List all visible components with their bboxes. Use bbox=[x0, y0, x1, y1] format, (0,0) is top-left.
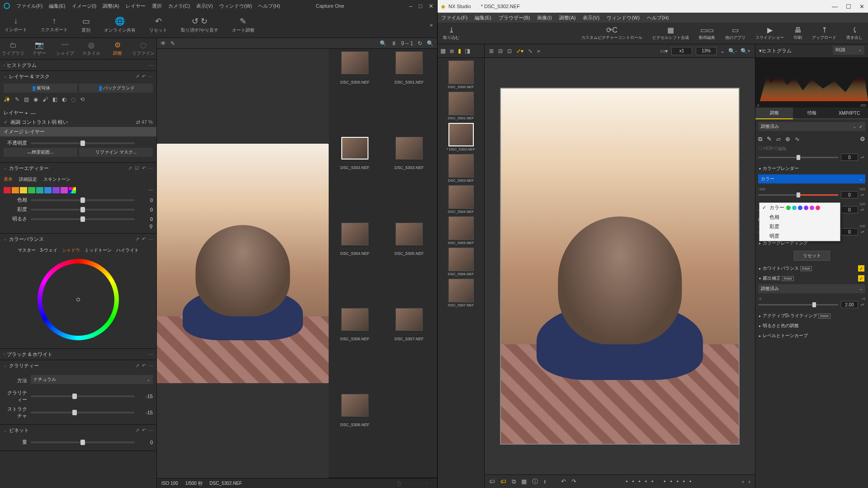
thumbnail-item[interactable]: · · · · · · ·DSC_5303.NEF bbox=[387, 137, 431, 218]
close-icon[interactable]: ✕ bbox=[859, 3, 864, 10]
nx-menu-view[interactable]: 表示(V) bbox=[583, 14, 599, 21]
menu-select[interactable]: 選択 bbox=[152, 3, 162, 9]
export-button[interactable]: ⤹書き出し bbox=[846, 26, 863, 41]
invert-icon[interactable]: ⟲ bbox=[80, 96, 85, 103]
swatch-magenta[interactable] bbox=[61, 187, 68, 193]
linear-grad-icon[interactable]: ▤ bbox=[24, 96, 29, 103]
blender-slider-1[interactable]: -100100 0▴▾ bbox=[758, 186, 865, 201]
link-icon[interactable]: ↗ bbox=[135, 236, 139, 242]
info-icon[interactable]: ⓘ bbox=[532, 478, 538, 486]
menu-file[interactable]: ファイル(F) bbox=[16, 3, 42, 9]
nx-thumbnail-item[interactable]: DSC_5306.NEF bbox=[446, 248, 476, 276]
nx-menu-window[interactable]: ウィンドウ(W) bbox=[607, 14, 640, 21]
nx-thumbnail-item[interactable]: DSC_5300.NEF bbox=[446, 61, 476, 89]
refresh-icon[interactable]: ↻ bbox=[418, 40, 422, 47]
straighten-icon[interactable]: ✎ bbox=[767, 136, 772, 143]
clarity-slider[interactable]: クラリティー-15 bbox=[4, 388, 153, 404]
zoom-mode-field[interactable] bbox=[671, 47, 692, 55]
clarity-method-select[interactable]: ナチュラル⌄ bbox=[31, 375, 153, 384]
check-icon[interactable]: ✓ bbox=[4, 119, 8, 125]
hue-slider[interactable]: 色相0 bbox=[4, 195, 153, 205]
color-editor-header[interactable]: ⌄カラーエディター↗☑↶··· bbox=[0, 163, 156, 174]
subtab-skintone[interactable]: スキントーン bbox=[43, 176, 71, 183]
thumbnail-item[interactable]: · · · · · · ·DSC_5308.NEF bbox=[333, 394, 377, 475]
swatch-blue[interactable] bbox=[44, 187, 52, 193]
label-icon[interactable]: 🏷 bbox=[489, 478, 495, 485]
nx-thumbnail-item[interactable]: DSC_5303.NEF bbox=[446, 154, 476, 183]
brush-icon[interactable]: 🖌 bbox=[42, 96, 48, 103]
tab-shape[interactable]: 〰シェイプ bbox=[52, 38, 78, 59]
exposure-header[interactable]: ▾露出補正 RAW✓ bbox=[758, 273, 865, 283]
menu-layer[interactable]: レイヤー bbox=[126, 3, 146, 9]
check-icon[interactable]: ✓ bbox=[859, 124, 863, 129]
nx-menu-help[interactable]: ヘルプ(H) bbox=[647, 14, 669, 21]
maximize-icon[interactable]: □ bbox=[419, 3, 422, 9]
custom-pc-button[interactable]: ⟳Cカスタムピクチャーコントロール bbox=[581, 26, 642, 41]
color-blender-header[interactable]: ▾カラーブレンダー bbox=[758, 164, 865, 174]
thumbnail-item[interactable]: · · · · · · ·DSC_5307.NEF bbox=[387, 308, 431, 389]
tab-adjust[interactable]: ⚙調整 bbox=[104, 38, 131, 59]
color-picker-icon[interactable]: ⚲ bbox=[149, 224, 153, 229]
luma-icon[interactable]: ◐ bbox=[62, 96, 66, 103]
search2-icon[interactable]: 🔍 bbox=[427, 40, 434, 47]
nx-menu-image[interactable]: 画像(I) bbox=[537, 14, 552, 21]
layer-item[interactable]: イメージ レイヤー bbox=[0, 127, 156, 136]
menu-edit[interactable]: 編集(E) bbox=[49, 3, 66, 9]
minimize-icon[interactable]: — bbox=[832, 3, 838, 10]
nx-thumbnail-item[interactable]: DSC_5305.NEF bbox=[446, 216, 476, 245]
histogram-mode-select[interactable]: RGB⌄ bbox=[833, 46, 864, 55]
ai-mask-icon[interactable]: ✨ bbox=[4, 96, 10, 103]
nx-canvas[interactable] bbox=[485, 58, 755, 474]
import-button[interactable]: ⤓取り込む bbox=[443, 26, 459, 41]
reset-icon[interactable]: ↶ bbox=[142, 236, 146, 242]
menu-window[interactable]: ウィンドウ(W) bbox=[219, 3, 252, 9]
close-icon[interactable]: ✕ bbox=[429, 3, 434, 9]
bw-header[interactable]: ›ブラック & ホワイト··· bbox=[0, 349, 156, 360]
subject-button[interactable]: 👤 被写体 bbox=[4, 84, 77, 93]
subtab-basic[interactable]: 基本 bbox=[4, 176, 13, 183]
nx-menu-file[interactable]: ファイル(F) bbox=[441, 14, 467, 21]
reset-button[interactable]: ↶リセット bbox=[149, 16, 167, 33]
layer-item[interactable]: ✓ 画調 コントラスト弱 軽い ⇄ 47 % bbox=[0, 117, 156, 127]
top-slider[interactable]: 0▴▾ bbox=[758, 153, 865, 164]
pixelshift-button[interactable]: ▦ピクセルシフト合成 bbox=[652, 26, 689, 41]
saturation-slider[interactable]: 彩度0 bbox=[4, 205, 153, 214]
tab-style[interactable]: ◎スタイル bbox=[78, 38, 104, 59]
share-button[interactable]: 🌐オンライン共有 bbox=[104, 16, 136, 33]
nx-menu-browser[interactable]: ブラウザー(B) bbox=[499, 14, 530, 21]
magic-brush-icon[interactable]: ✎ bbox=[15, 96, 19, 103]
swatch-yellow[interactable] bbox=[20, 187, 27, 193]
search-icon[interactable]: 🔍 bbox=[380, 40, 387, 47]
other-apps-button[interactable]: ▭他のアプリ bbox=[725, 26, 745, 41]
lightness-slider[interactable]: 明るさ0 bbox=[4, 214, 153, 224]
zoom-out-icon[interactable]: 🔍- bbox=[728, 48, 737, 54]
remove-layer-icon[interactable]: — bbox=[31, 110, 36, 116]
layers-masks-header[interactable]: ⌄レイヤー & マスク↗↶··· bbox=[0, 71, 156, 82]
menu-adjust[interactable]: 調整(A) bbox=[103, 3, 119, 9]
luminance-range-button[interactable]: — 輝度範囲... bbox=[4, 148, 77, 157]
preview-canvas[interactable] bbox=[157, 49, 329, 478]
swatch-purple[interactable] bbox=[52, 187, 60, 193]
active-d-header[interactable]: ▸アクティブD-ライティング RAW bbox=[758, 311, 865, 321]
radial-grad-icon[interactable]: ◉ bbox=[33, 96, 38, 103]
structure-slider[interactable]: ストラクチャ-15 bbox=[4, 404, 153, 421]
more-icon[interactable]: ··· bbox=[149, 236, 153, 242]
eraser-icon[interactable]: ◧ bbox=[52, 96, 57, 103]
swatch-teal[interactable] bbox=[36, 187, 43, 193]
auto-adjust-button[interactable]: ✎オート調整 bbox=[232, 16, 255, 33]
color-balance-header[interactable]: ⌄カラーバランス↗↶··· bbox=[0, 234, 156, 244]
nx-thumbnail-item[interactable]: DSC_5304.NEF bbox=[446, 185, 476, 214]
reset-button[interactable]: リセット bbox=[794, 251, 830, 261]
opacity-slider[interactable]: 不透明度 bbox=[4, 138, 153, 148]
fit-icon[interactable]: ⤢▾ bbox=[516, 48, 524, 54]
tab-library[interactable]: 🗀ライブラリ bbox=[0, 38, 26, 59]
rating-dots[interactable]: • • • • • • • • • • bbox=[626, 478, 693, 485]
maximize-icon[interactable]: ☐ bbox=[846, 3, 851, 10]
histogram-label[interactable]: ヒストグラム bbox=[762, 47, 792, 54]
menu-image[interactable]: イメージ(I) bbox=[72, 3, 96, 9]
check-icon[interactable]: ☑ bbox=[135, 165, 139, 171]
list-view-icon[interactable]: ≣ bbox=[449, 47, 454, 54]
menu-help[interactable]: ヘルプ(H) bbox=[258, 3, 280, 9]
tab-adjustments[interactable]: 調整 bbox=[755, 108, 793, 119]
nx-thumbnail-item[interactable]: DSC_5307.NEF bbox=[446, 279, 476, 307]
